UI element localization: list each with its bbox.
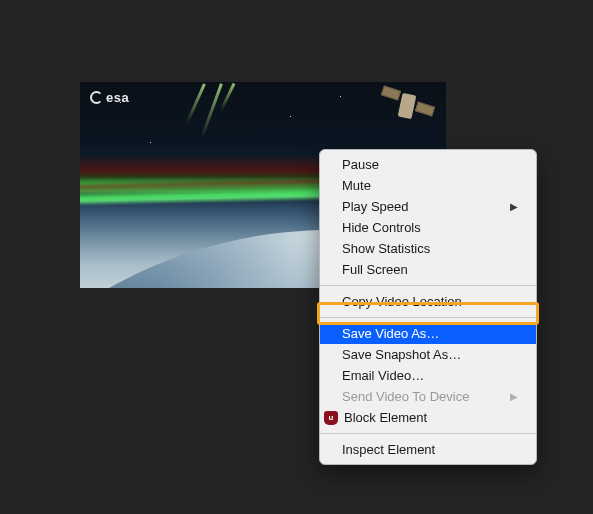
satellite-graphic [380, 82, 438, 134]
submenu-arrow-icon: ▶ [510, 198, 518, 215]
video-context-menu: Pause Mute Play Speed ▶ Hide Controls Sh… [319, 149, 537, 465]
menu-label: Save Video As… [342, 325, 439, 342]
menu-item-inspect-element[interactable]: Inspect Element [320, 439, 536, 460]
menu-item-hide-controls[interactable]: Hide Controls [320, 217, 536, 238]
esa-logo: esa [90, 90, 129, 105]
menu-item-mute[interactable]: Mute [320, 175, 536, 196]
menu-label: Mute [342, 177, 371, 194]
star-graphic [340, 96, 341, 97]
menu-label: Save Snapshot As… [342, 346, 461, 363]
menu-label: Show Statistics [342, 240, 430, 257]
menu-label: Inspect Element [342, 441, 435, 458]
star-graphic [150, 142, 151, 143]
menu-item-save-snapshot-as[interactable]: Save Snapshot As… [320, 344, 536, 365]
menu-item-send-video-to-device: Send Video To Device ▶ [320, 386, 536, 407]
menu-label: Full Screen [342, 261, 408, 278]
menu-label: Play Speed [342, 198, 409, 215]
menu-label: Email Video… [342, 367, 424, 384]
menu-separator [320, 433, 536, 434]
menu-item-full-screen[interactable]: Full Screen [320, 259, 536, 280]
menu-label: Copy Video Location [342, 293, 462, 310]
menu-item-play-speed[interactable]: Play Speed ▶ [320, 196, 536, 217]
menu-item-show-statistics[interactable]: Show Statistics [320, 238, 536, 259]
menu-item-save-video-as[interactable]: Save Video As… [320, 323, 536, 344]
submenu-arrow-icon: ▶ [510, 388, 518, 405]
menu-item-pause[interactable]: Pause [320, 154, 536, 175]
aurora-tendril [220, 83, 236, 111]
menu-label: Block Element [344, 409, 427, 426]
star-graphic [290, 116, 291, 117]
menu-label: Send Video To Device [342, 388, 469, 405]
menu-item-email-video[interactable]: Email Video… [320, 365, 536, 386]
ublock-icon: u [324, 411, 338, 425]
esa-logo-icon [90, 91, 103, 104]
aurora-tendril [185, 83, 206, 124]
aurora-tendril [200, 83, 223, 139]
menu-item-copy-video-location[interactable]: Copy Video Location [320, 291, 536, 312]
esa-logo-text: esa [106, 90, 129, 105]
menu-separator [320, 317, 536, 318]
menu-label: Pause [342, 156, 379, 173]
menu-label: Hide Controls [342, 219, 421, 236]
menu-separator [320, 285, 536, 286]
menu-item-block-element[interactable]: u Block Element [320, 407, 536, 428]
